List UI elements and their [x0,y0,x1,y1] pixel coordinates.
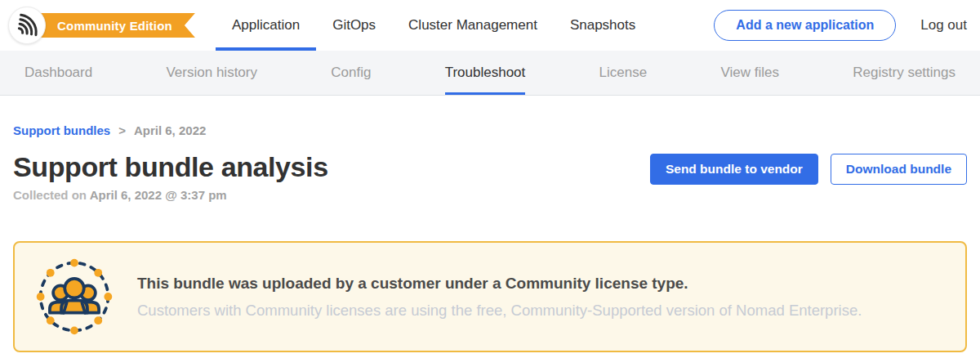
app-subnav: Dashboard Version history Config Trouble… [0,51,980,96]
top-header: Community Edition Application GitOps Clu… [0,0,980,51]
collected-prefix: Collected on [13,188,87,202]
title-row: Support bundle analysis Collected on Apr… [13,152,967,202]
tab-troubleshoot[interactable]: Troubleshoot [445,51,526,95]
collected-date: April 6, 2022 @ 3:37 pm [90,188,227,202]
send-bundle-to-vendor-button[interactable]: Send bundle to vendor [650,154,818,185]
community-edition-badge: Community Edition [24,13,195,38]
tab-registry-settings[interactable]: Registry settings [853,51,956,95]
tab-license[interactable]: License [599,51,648,95]
add-new-application-button[interactable]: Add a new application [714,10,896,41]
breadcrumb: Support bundles > April 6, 2022 [13,123,967,137]
breadcrumb-separator: > [118,123,126,137]
page-title: Support bundle analysis [13,152,328,182]
breadcrumb-current: April 6, 2022 [134,123,206,137]
replicated-logo-icon [15,13,39,38]
header-right: Add a new application Log out [714,10,980,41]
top-nav-item-snapshots[interactable]: Snapshots [554,0,652,51]
banner-heading: This bundle was uploaded by a customer u… [137,275,862,293]
tab-dashboard[interactable]: Dashboard [24,51,92,95]
top-nav-item-application[interactable]: Application [216,0,316,51]
banner-body: Customers with Community licenses are us… [137,302,862,320]
breadcrumb-support-bundles-link[interactable]: Support bundles [13,123,110,137]
banner-text: This bundle was uploaded by a customer u… [137,275,862,320]
logout-link[interactable]: Log out [920,17,967,34]
title-block: Support bundle analysis Collected on Apr… [13,152,328,202]
replicated-logo[interactable] [8,7,46,44]
collected-timestamp: Collected on April 6, 2022 @ 3:37 pm [13,188,328,202]
top-nav-item-cluster-management[interactable]: Cluster Management [392,0,554,51]
tab-config[interactable]: Config [331,51,371,95]
tab-version-history[interactable]: Version history [166,51,257,95]
download-bundle-button[interactable]: Download bundle [831,154,967,185]
bundle-actions: Send bundle to vendor Download bundle [650,154,967,185]
community-edition-badge-label: Community Edition [57,19,172,33]
community-people-icon [36,258,113,335]
main-content: Support bundles > April 6, 2022 Support … [0,123,980,352]
tab-view-files[interactable]: View files [721,51,780,95]
top-nav-item-gitops[interactable]: GitOps [316,0,392,51]
community-license-banner: This bundle was uploaded by a customer u… [13,241,967,352]
top-nav: Application GitOps Cluster Management Sn… [216,0,652,51]
